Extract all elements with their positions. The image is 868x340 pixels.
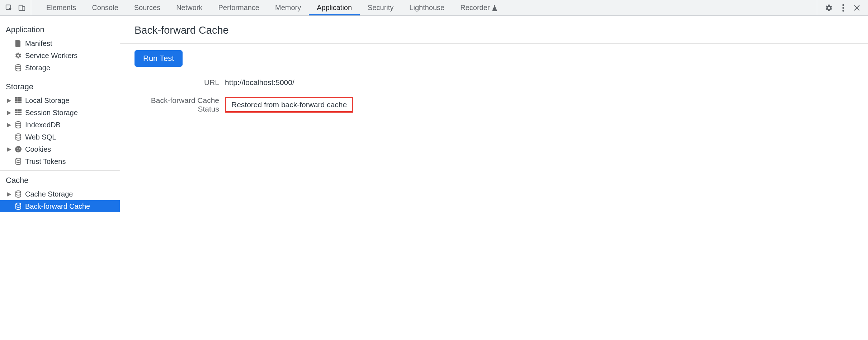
svg-rect-13 — [15, 101, 18, 103]
sidebar-item-trust-tokens[interactable]: ▶Trust Tokens — [0, 155, 120, 167]
application-sidebar: Application▶Manifest▶Service Workers▶Sto… — [0, 16, 120, 340]
tab-application[interactable]: Application — [309, 0, 360, 15]
sidebar-item-storage[interactable]: ▶Storage — [0, 62, 120, 74]
svg-rect-10 — [18, 97, 22, 99]
run-test-button[interactable]: Run Test — [135, 50, 183, 67]
svg-rect-16 — [18, 109, 22, 111]
device-toggle-icon[interactable] — [18, 4, 26, 12]
db-icon — [14, 64, 22, 71]
tab-label: Lighthouse — [409, 4, 444, 12]
svg-point-28 — [16, 191, 21, 193]
svg-rect-2 — [22, 6, 25, 10]
svg-point-21 — [16, 122, 21, 124]
db-icon — [14, 121, 22, 128]
tab-elements[interactable]: Elements — [38, 0, 84, 15]
db-icon — [14, 133, 22, 141]
sidebar-item-label: IndexedDB — [25, 121, 61, 129]
chevron-right-icon: ▶ — [7, 191, 11, 197]
tab-label: Security — [368, 4, 393, 12]
svg-rect-14 — [18, 101, 22, 103]
info-label: Back-forward Cache Status — [129, 96, 219, 113]
tab-label: Recorder — [460, 4, 490, 12]
grid-icon — [14, 97, 22, 104]
sidebar-item-label: Manifest — [25, 39, 52, 48]
svg-rect-19 — [15, 114, 18, 115]
svg-point-22 — [16, 134, 21, 136]
settings-icon[interactable] — [825, 4, 833, 12]
sidebar-item-label: Session Storage — [25, 109, 78, 117]
tab-label: Application — [317, 4, 352, 12]
svg-rect-12 — [18, 99, 22, 101]
chevron-right-icon: ▶ — [7, 122, 11, 128]
svg-point-29 — [16, 203, 21, 205]
inspect-icon[interactable] — [5, 4, 13, 12]
sidebar-item-indexeddb[interactable]: ▶IndexedDB — [0, 119, 120, 131]
flask-icon — [492, 5, 497, 11]
svg-point-24 — [17, 148, 18, 149]
sidebar-item-label: Service Workers — [25, 52, 77, 60]
sidebar-item-label: Trust Tokens — [25, 157, 66, 166]
tab-lighthouse[interactable]: Lighthouse — [401, 0, 452, 15]
content-pane: Back-forward Cache Run Test URLhttp://lo… — [120, 16, 868, 340]
tab-label: Console — [92, 4, 118, 12]
topbar-right-tools — [817, 0, 868, 15]
devtools-tabs: ElementsConsoleSourcesNetworkPerformance… — [31, 0, 817, 15]
sidebar-item-back-forward-cache[interactable]: ▶Back-forward Cache — [0, 200, 120, 212]
svg-rect-11 — [15, 99, 18, 101]
svg-point-8 — [16, 65, 21, 67]
svg-point-5 — [843, 10, 844, 11]
sidebar-item-service-workers[interactable]: ▶Service Workers — [0, 49, 120, 62]
sidebar-item-label: Local Storage — [25, 96, 69, 105]
main-split: Application▶Manifest▶Service Workers▶Sto… — [0, 16, 868, 340]
info-value: Restored from back-forward cache — [225, 97, 857, 113]
svg-rect-17 — [15, 112, 18, 113]
chevron-right-icon: ▶ — [7, 109, 11, 116]
more-icon[interactable] — [842, 4, 844, 12]
tab-label: Sources — [134, 4, 160, 12]
chevron-right-icon: ▶ — [7, 97, 11, 104]
db-icon — [14, 203, 22, 210]
sidebar-item-local-storage[interactable]: ▶Local Storage — [0, 94, 120, 107]
svg-rect-15 — [15, 109, 18, 111]
info-grid: URLhttp://localhost:5000/Back-forward Ca… — [129, 78, 857, 113]
tab-security[interactable]: Security — [360, 0, 401, 15]
section-title: Cache — [0, 171, 120, 188]
tab-label: Memory — [275, 4, 301, 12]
svg-point-25 — [19, 148, 20, 150]
sidebar-item-label: Storage — [25, 64, 50, 72]
info-value: http://localhost:5000/ — [225, 78, 857, 87]
chevron-right-icon: ▶ — [7, 146, 11, 152]
gear-icon — [14, 52, 22, 59]
tab-memory[interactable]: Memory — [267, 0, 309, 15]
sidebar-item-manifest[interactable]: ▶Manifest — [0, 37, 120, 49]
sidebar-item-label: Cookies — [25, 145, 51, 154]
svg-rect-18 — [18, 112, 22, 113]
svg-point-4 — [843, 7, 844, 9]
sidebar-item-label: Web SQL — [25, 133, 56, 141]
file-icon — [14, 40, 22, 47]
sidebar-item-cookies[interactable]: ▶Cookies — [0, 143, 120, 155]
tab-performance[interactable]: Performance — [211, 0, 268, 15]
tab-label: Performance — [218, 4, 260, 12]
devtools-topbar: ElementsConsoleSourcesNetworkPerformance… — [0, 0, 868, 16]
tab-console[interactable]: Console — [84, 0, 126, 15]
close-icon[interactable] — [854, 5, 860, 11]
tab-sources[interactable]: Sources — [126, 0, 168, 15]
divider — [120, 43, 868, 44]
sidebar-item-label: Cache Storage — [25, 190, 73, 198]
svg-point-23 — [15, 146, 22, 152]
svg-rect-20 — [18, 114, 22, 115]
svg-point-27 — [16, 158, 21, 160]
sidebar-item-cache-storage[interactable]: ▶Cache Storage — [0, 188, 120, 200]
sidebar-item-label: Back-forward Cache — [25, 202, 90, 211]
section-title: Application — [0, 20, 120, 37]
tab-network[interactable]: Network — [168, 0, 210, 15]
sidebar-item-web-sql[interactable]: ▶Web SQL — [0, 131, 120, 143]
db-icon — [14, 190, 22, 198]
grid-icon — [14, 109, 22, 116]
sidebar-item-session-storage[interactable]: ▶Session Storage — [0, 107, 120, 119]
cookie-icon — [14, 146, 22, 153]
topbar-left-tools — [0, 0, 31, 15]
tab-recorder[interactable]: Recorder — [452, 0, 505, 15]
section-title: Storage — [0, 77, 120, 94]
